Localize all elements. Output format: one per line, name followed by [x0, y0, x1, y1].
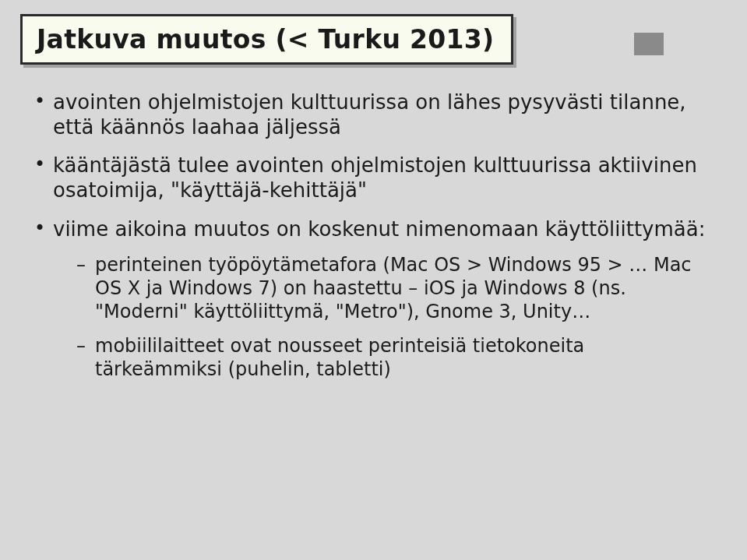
- bullet-item: kääntäjästä tulee avointen ohjelmistojen…: [30, 153, 713, 203]
- title-box: Jatkuva muutos (< Turku 2013): [20, 14, 513, 65]
- sub-bullet-item: mobiililaitteet ovat nousseet perinteisi…: [53, 334, 713, 381]
- bullet-item: avointen ohjelmistojen kulttuurissa on l…: [30, 90, 713, 139]
- decor-element: [634, 33, 664, 55]
- content-area: avointen ohjelmistojen kulttuurissa on l…: [30, 90, 713, 395]
- sub-bullet-text: mobiililaitteet ovat nousseet perinteisi…: [95, 335, 584, 380]
- sub-bullet-list: perinteinen työpöytämetafora (Mac OS > W…: [53, 253, 713, 381]
- slide-title: Jatkuva muutos (< Turku 2013): [37, 24, 494, 55]
- bullet-text: avointen ohjelmistojen kulttuurissa on l…: [53, 90, 686, 139]
- sub-bullet-item: perinteinen työpöytämetafora (Mac OS > W…: [53, 253, 713, 323]
- sub-bullet-text: perinteinen työpöytämetafora (Mac OS > W…: [95, 254, 692, 322]
- bullet-item: viime aikoina muutos on koskenut nimenom…: [30, 217, 713, 381]
- bullet-text: viime aikoina muutos on koskenut nimenom…: [53, 217, 705, 241]
- bullet-text: kääntäjästä tulee avointen ohjelmistojen…: [53, 153, 697, 202]
- bullet-list: avointen ohjelmistojen kulttuurissa on l…: [30, 90, 713, 381]
- slide: Jatkuva muutos (< Turku 2013) avointen o…: [0, 0, 747, 560]
